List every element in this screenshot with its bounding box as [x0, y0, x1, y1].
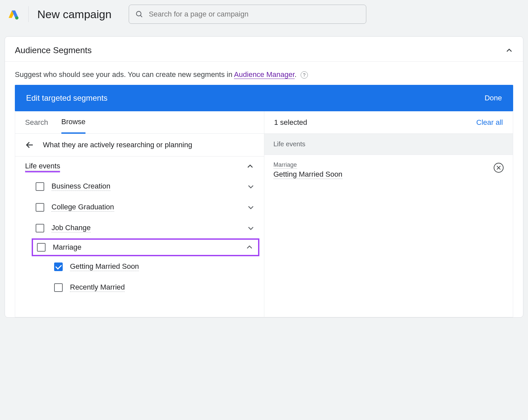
- clear-all-button[interactable]: Clear all: [476, 118, 503, 127]
- selected-item-text: Marriage Getting Married Soon: [274, 161, 343, 179]
- checkbox[interactable]: [36, 182, 44, 191]
- selected-count: 1 selected: [274, 118, 307, 127]
- done-button[interactable]: Done: [484, 94, 502, 102]
- help-icon[interactable]: ?: [301, 71, 308, 79]
- breadcrumb-label: What they are actively researching or pl…: [43, 141, 192, 149]
- search-icon: [135, 10, 144, 18]
- category-life-events[interactable]: Life events: [15, 157, 264, 176]
- segment-job-change[interactable]: Job Change: [15, 218, 264, 238]
- segment-college-graduation[interactable]: College Graduation: [15, 197, 264, 218]
- checkbox[interactable]: [36, 224, 44, 232]
- header-divider: [28, 6, 29, 22]
- svg-line-2: [140, 15, 142, 17]
- audience-segments-card: Audience Segments Suggest who should see…: [5, 36, 523, 318]
- suggest-text: Suggest who should see your ads. You can…: [5, 62, 523, 85]
- audience-manager-link[interactable]: Audience Manager: [234, 70, 294, 79]
- chevron-down-icon[interactable]: [247, 203, 255, 211]
- tab-search[interactable]: Search: [25, 111, 48, 134]
- selected-panel: 1 selected Clear all Life events Marriag…: [264, 111, 513, 317]
- app-header: New campaign: [0, 0, 528, 28]
- search-input[interactable]: [149, 10, 360, 18]
- browse-panel: Search Browse What they are actively res…: [15, 111, 264, 317]
- tab-browse[interactable]: Browse: [61, 111, 85, 134]
- selected-item: Marriage Getting Married Soon: [264, 155, 513, 186]
- card-title: Audience Segments: [15, 45, 92, 55]
- segment-business-creation[interactable]: Business Creation: [15, 176, 264, 197]
- category-label: Life events: [25, 162, 60, 171]
- checkbox[interactable]: [54, 262, 63, 271]
- segment-getting-married-soon[interactable]: Getting Married Soon: [15, 256, 264, 277]
- remove-button[interactable]: [494, 163, 504, 173]
- editor-title: Edit targeted segments: [26, 93, 108, 103]
- chevron-down-icon[interactable]: [247, 183, 255, 191]
- editor-tabs: Search Browse: [15, 111, 264, 134]
- browse-breadcrumb[interactable]: What they are actively researching or pl…: [15, 134, 264, 157]
- selected-header: 1 selected Clear all: [264, 111, 513, 134]
- segment-recently-married[interactable]: Recently Married: [15, 277, 264, 298]
- card-header[interactable]: Audience Segments: [5, 37, 523, 61]
- checkbox[interactable]: [37, 243, 46, 252]
- selected-category: Life events: [264, 134, 513, 155]
- back-arrow-icon[interactable]: [25, 140, 34, 150]
- svg-point-1: [136, 11, 141, 16]
- chevron-down-icon[interactable]: [247, 224, 255, 232]
- editor-header: Edit targeted segments Done: [15, 85, 513, 111]
- checkbox[interactable]: [54, 283, 63, 292]
- editor-panel: Search Browse What they are actively res…: [15, 111, 513, 317]
- segment-list: Business Creation College Graduation Job…: [15, 176, 264, 317]
- svg-point-0: [15, 16, 18, 19]
- chevron-up-icon[interactable]: [246, 243, 253, 251]
- page-title: New campaign: [37, 8, 112, 21]
- header-search[interactable]: [129, 5, 366, 24]
- segment-marriage[interactable]: Marriage: [32, 238, 259, 256]
- checkbox[interactable]: [36, 203, 44, 212]
- google-ads-logo: [7, 8, 20, 20]
- chevron-up-icon: [246, 162, 254, 170]
- chevron-up-icon: [505, 47, 513, 54]
